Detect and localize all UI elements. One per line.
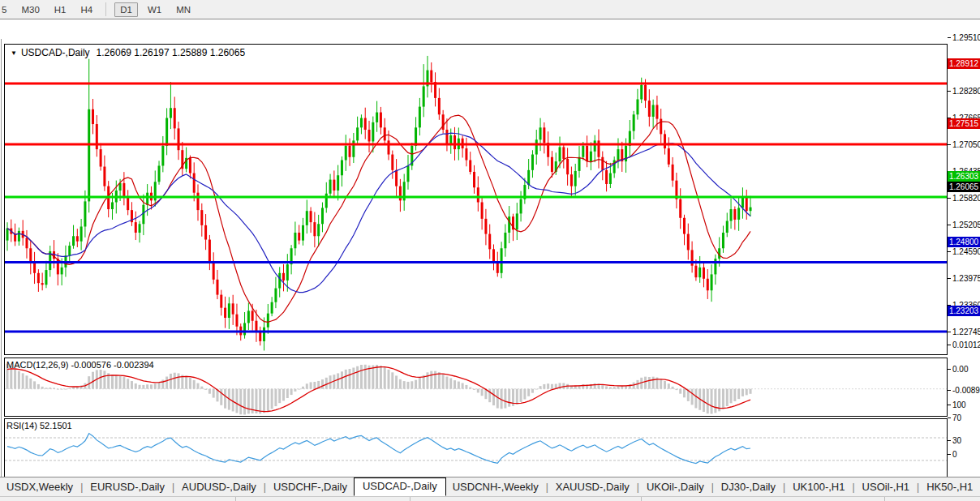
chart-ohlc-values: 1.26069 1.26197 1.25889 1.26065 <box>97 47 246 58</box>
timeframe-w1[interactable]: W1 <box>143 3 166 16</box>
price-tick-label: 1.25820 <box>948 194 980 203</box>
chart-dropdown-icon[interactable]: ▼ <box>11 49 17 57</box>
rsi-panel[interactable] <box>4 418 948 478</box>
rsi-svg <box>5 419 947 477</box>
timeframe-d1[interactable]: D1 <box>114 2 138 17</box>
macd-tick-label: -0.008937 <box>948 386 980 395</box>
level-price-badge: 1.24800 <box>948 237 980 247</box>
tab-audusd-daily[interactable]: AUDUSD-,Daily <box>175 478 263 496</box>
rsi-tick-label: 100 <box>948 400 980 409</box>
strip-separator <box>410 497 410 501</box>
tab-usoil-h1[interactable]: USOil-,H1 <box>856 478 917 496</box>
chart-window: ▼USDCAD-,Daily1.26069 1.26197 1.25889 1.… <box>0 19 980 477</box>
strip-separator <box>641 497 642 501</box>
current-price-badge: 1.26065 <box>948 182 980 192</box>
price-tick-label: 1.25205 <box>948 221 980 229</box>
price-tick-label: 1.23975 <box>948 274 980 283</box>
price-chart-panel[interactable] <box>4 44 948 355</box>
tab-usdcnh-weekly[interactable]: USDCNH-,Weekly <box>446 478 545 496</box>
macd-indicator-label: MACD(12,26,9) -0.000576 -0.002394 <box>6 360 154 370</box>
rsi-tick-label: 0 <box>948 450 980 459</box>
level-price-badge: 1.23203 <box>948 306 980 316</box>
chart-title: ▼USDCAD-,Daily1.26069 1.26197 1.25889 1.… <box>11 47 245 58</box>
terminal-screen: 5M30H1H4D1W1MN ▼USDCAD-,Daily1.26069 1.2… <box>0 0 980 501</box>
chart-symbol-label: USDCAD-,Daily <box>21 47 90 58</box>
timeframe-h4[interactable]: H4 <box>75 3 97 16</box>
level-price-badge: 1.27515 <box>948 118 980 129</box>
tab-ukoil-daily[interactable]: UKOil-,Daily <box>640 478 711 496</box>
strip-separator <box>884 497 885 501</box>
level-price-badge: 1.26303 <box>948 171 980 182</box>
timeframe-h1[interactable]: H1 <box>49 3 71 16</box>
macd-values: -0.000576 -0.002394 <box>71 360 153 370</box>
tab-xauusd-daily[interactable]: XAUUSD-,Daily <box>549 478 636 496</box>
price-tick-label: 1.24590 <box>948 247 980 256</box>
macd-tick-label: 0.00 <box>948 365 980 374</box>
tab-usdcad-daily[interactable]: USDCAD-,Daily <box>354 477 446 496</box>
timeframe-toolbar: 5M30H1H4D1W1MN <box>0 0 980 19</box>
timeframe-m30[interactable]: M30 <box>16 3 44 16</box>
timeframe-5[interactable]: 5 <box>0 3 11 16</box>
rsi-value: 52.1501 <box>40 421 72 430</box>
toolbar-divider <box>105 2 106 16</box>
price-chart-svg <box>5 45 947 354</box>
symbol-tabbar: USDX,Weekly|EURUSD-,Daily|AUDUSD-,Daily|… <box>0 477 980 496</box>
tab-eurusd-daily[interactable]: EURUSD-,Daily <box>84 478 171 496</box>
price-tick-label: 1.28280 <box>948 87 980 96</box>
rsi-tick-label: 70 <box>948 413 980 422</box>
tab-usdchf-daily[interactable]: USDCHF-,Daily <box>267 478 354 496</box>
price-tick-label: 1.29510 <box>948 33 980 42</box>
timeframe-mn[interactable]: MN <box>171 3 196 16</box>
rsi-indicator-label: RSI(14) 52.1501 <box>6 421 72 430</box>
macd-tick-label: 0.010127 <box>948 340 980 349</box>
price-axis[interactable]: 1.295101.282801.276651.270501.264351.258… <box>948 19 980 477</box>
level-price-badge: 1.28912 <box>948 58 980 69</box>
rsi-name: RSI(14) <box>6 421 37 430</box>
window-left-border <box>1 39 2 497</box>
price-tick-label: 1.27050 <box>948 140 980 149</box>
tab-usdx-weekly[interactable]: USDX,Weekly <box>0 478 80 496</box>
rsi-tick-label: 30 <box>948 436 980 445</box>
price-tick-label: 1.22745 <box>948 328 980 336</box>
tab-hk50-h1[interactable]: HK50-,H1 <box>920 478 979 496</box>
macd-name: MACD(12,26,9) <box>6 360 68 370</box>
strip-separator <box>235 497 236 501</box>
tab-uk100-h1[interactable]: UK100-,H1 <box>786 478 851 496</box>
bottom-strip <box>0 496 980 501</box>
tab-dj30-daily[interactable]: DJ30-,Daily <box>715 478 782 496</box>
